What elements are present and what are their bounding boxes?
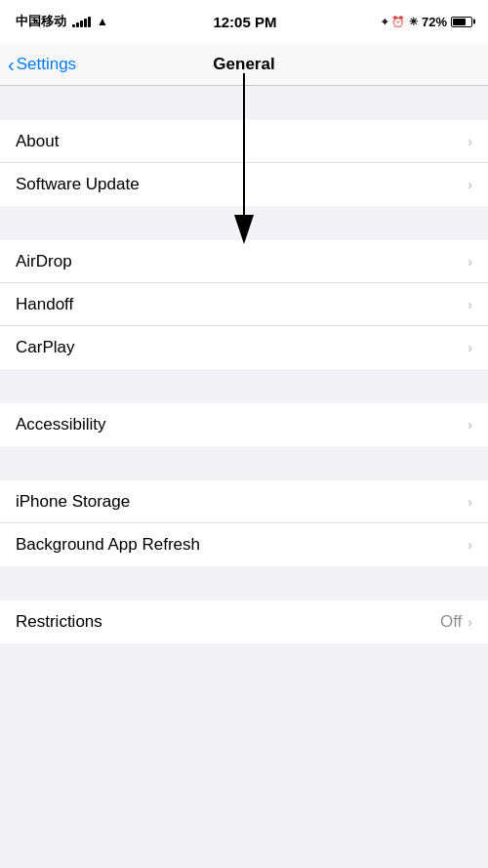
iphone-storage-chevron-icon: › bbox=[468, 494, 472, 510]
signal-bar-3 bbox=[80, 21, 83, 27]
software-update-label: Software Update bbox=[16, 175, 140, 194]
airdrop-row-right: › bbox=[468, 254, 472, 269]
section-gap-3 bbox=[0, 369, 488, 403]
signal-bar-2 bbox=[76, 22, 79, 27]
page-title: General bbox=[213, 55, 274, 74]
signal-bars-icon bbox=[72, 16, 91, 27]
about-row-left: About bbox=[16, 132, 468, 151]
section-gap-top bbox=[0, 86, 488, 120]
carrier-text: 中国移动 bbox=[16, 13, 66, 30]
software-update-chevron-icon: › bbox=[468, 177, 472, 192]
restrictions-label: Restrictions bbox=[16, 612, 102, 632]
handoff-row[interactable]: Handoff › bbox=[0, 283, 488, 326]
iphone-storage-label: iPhone Storage bbox=[16, 492, 130, 512]
carplay-row-right: › bbox=[468, 340, 472, 355]
restrictions-row[interactable]: Restrictions Off › bbox=[0, 600, 488, 643]
back-button[interactable]: ‹ Settings bbox=[8, 55, 76, 74]
accessibility-label: Accessibility bbox=[16, 415, 106, 434]
status-left: 中国移动 ▲ bbox=[16, 13, 108, 30]
accessibility-row-right: › bbox=[468, 417, 472, 433]
about-row-right: › bbox=[468, 134, 472, 149]
background-app-refresh-row-right: › bbox=[468, 537, 472, 553]
restrictions-row-right: Off › bbox=[440, 612, 472, 632]
handoff-row-left: Handoff bbox=[16, 295, 468, 314]
carplay-row[interactable]: CarPlay › bbox=[0, 326, 488, 369]
restrictions-row-left: Restrictions bbox=[16, 612, 440, 632]
handoff-chevron-icon: › bbox=[468, 297, 472, 312]
section-restrictions: Restrictions Off › bbox=[0, 600, 488, 643]
battery-body bbox=[451, 17, 472, 27]
background-app-refresh-row-left: Background App Refresh bbox=[16, 535, 468, 555]
airdrop-row-left: AirDrop bbox=[16, 252, 468, 271]
accessibility-row[interactable]: Accessibility › bbox=[0, 403, 488, 446]
background-app-refresh-chevron-icon: › bbox=[468, 537, 472, 553]
battery-icon bbox=[451, 17, 472, 27]
restrictions-value: Off bbox=[440, 612, 462, 632]
handoff-row-right: › bbox=[468, 297, 472, 312]
settings-content: About › Software Update › AirDrop › bbox=[0, 86, 488, 868]
battery-fill bbox=[453, 19, 466, 25]
about-label: About bbox=[16, 132, 59, 151]
section-about: About › Software Update › bbox=[0, 120, 488, 206]
about-row[interactable]: About › bbox=[0, 120, 488, 163]
signal-bar-1 bbox=[72, 24, 75, 27]
carplay-row-left: CarPlay bbox=[16, 338, 468, 357]
software-update-row-left: Software Update bbox=[16, 175, 468, 194]
section-gap-4 bbox=[0, 446, 488, 480]
carplay-label: CarPlay bbox=[16, 338, 74, 357]
restrictions-chevron-icon: › bbox=[468, 614, 472, 630]
software-update-row[interactable]: Software Update › bbox=[0, 163, 488, 206]
background-app-refresh-row[interactable]: Background App Refresh › bbox=[0, 523, 488, 566]
signal-bar-5 bbox=[88, 17, 91, 27]
bluetooth-icon: ✳ bbox=[409, 16, 418, 28]
iphone-storage-row-right: › bbox=[468, 494, 472, 510]
iphone-storage-row-left: iPhone Storage bbox=[16, 492, 468, 512]
alarm-icon: ⏰ bbox=[391, 16, 405, 28]
status-bar: 中国移动 ▲ 12:05 PM ⌖ ⏰ ✳ 72% bbox=[0, 0, 488, 43]
battery-percent-text: 72% bbox=[422, 15, 447, 29]
about-chevron-icon: › bbox=[468, 134, 472, 149]
airdrop-label: AirDrop bbox=[16, 252, 72, 271]
airdrop-chevron-icon: › bbox=[468, 254, 472, 269]
handoff-label: Handoff bbox=[16, 295, 73, 314]
iphone-storage-row[interactable]: iPhone Storage › bbox=[0, 480, 488, 523]
status-time: 12:05 PM bbox=[213, 14, 276, 30]
location-icon: ⌖ bbox=[382, 16, 387, 28]
software-update-row-right: › bbox=[468, 177, 472, 192]
accessibility-row-left: Accessibility bbox=[16, 415, 468, 434]
nav-bar: ‹ Settings General bbox=[0, 43, 488, 86]
airdrop-row[interactable]: AirDrop › bbox=[0, 240, 488, 283]
section-accessibility: Accessibility › bbox=[0, 403, 488, 446]
signal-bar-4 bbox=[84, 19, 87, 27]
wifi-icon: ▲ bbox=[97, 15, 108, 28]
background-app-refresh-label: Background App Refresh bbox=[16, 535, 200, 555]
status-right: ⌖ ⏰ ✳ 72% bbox=[382, 15, 472, 29]
section-storage: iPhone Storage › Background App Refresh … bbox=[0, 480, 488, 566]
section-gap-2 bbox=[0, 206, 488, 240]
back-label: Settings bbox=[17, 55, 76, 74]
section-connectivity: AirDrop › Handoff › CarPlay › bbox=[0, 240, 488, 369]
section-gap-5 bbox=[0, 566, 488, 600]
accessibility-chevron-icon: › bbox=[468, 417, 472, 433]
carplay-chevron-icon: › bbox=[468, 340, 472, 355]
back-chevron-icon: ‹ bbox=[8, 55, 15, 74]
